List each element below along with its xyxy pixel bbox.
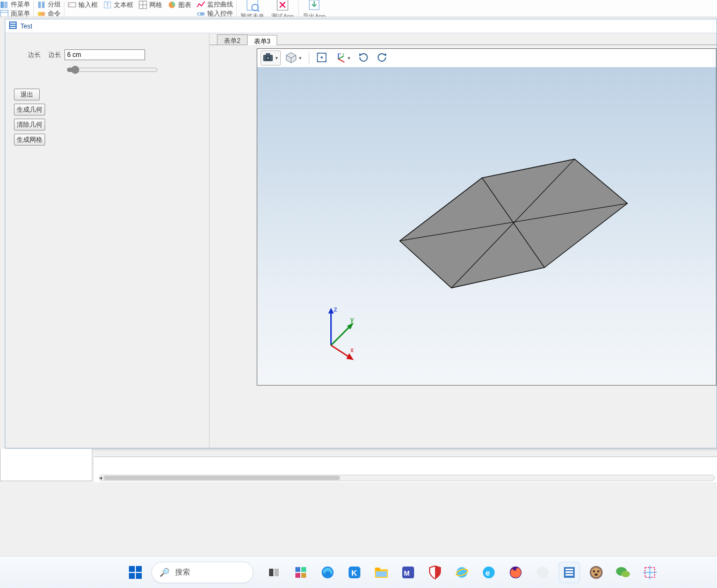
- canvas-3d[interactable]: z y x: [257, 67, 716, 385]
- main-area: 表单2 表单3 ▼: [209, 33, 716, 448]
- grid-icon: [139, 1, 147, 9]
- screenshot-button[interactable]: ▼: [260, 50, 281, 66]
- rotate-cw-icon: [358, 52, 370, 65]
- pin-edge[interactable]: [317, 562, 338, 583]
- ribbon-big-preview[interactable]: 预览表单: [240, 0, 265, 17]
- ribbon-item-chart[interactable]: 图表: [168, 1, 191, 10]
- exit-button[interactable]: 退出: [14, 89, 40, 100]
- tab-form2[interactable]: 表单2: [217, 34, 248, 45]
- inputbox-icon: [68, 1, 76, 9]
- ribbon-item-merge[interactable]: 命令: [37, 9, 61, 17]
- pin-taskview[interactable]: [263, 562, 285, 583]
- search-placeholder: 搜索: [175, 568, 190, 577]
- zoom-extents-button[interactable]: [314, 50, 330, 66]
- svg-rect-80: [566, 569, 573, 570]
- ribbon-big-export[interactable]: 导出App: [302, 0, 327, 17]
- generate-mesh-button[interactable]: 生成网格: [14, 134, 45, 146]
- titlebar[interactable]: Test: [5, 19, 716, 33]
- svg-rect-82: [566, 574, 573, 576]
- svg-rect-5: [42, 2, 45, 8]
- svg-rect-24: [10, 25, 16, 26]
- ribbon-big-test[interactable]: 测试App: [270, 0, 295, 17]
- svg-line-36: [338, 56, 344, 59]
- svg-point-85: [593, 570, 595, 572]
- clear-geometry-button[interactable]: 清除几何: [14, 119, 45, 130]
- ribbon-item-monitor[interactable]: 监控曲线: [197, 0, 233, 9]
- svg-point-28: [267, 57, 269, 59]
- svg-rect-69: [375, 568, 380, 571]
- generate-geometry-button[interactable]: 生成几何: [14, 104, 45, 115]
- pin-kugou[interactable]: K: [344, 562, 365, 583]
- ribbon-item-textbox[interactable]: T 文本框: [103, 1, 133, 10]
- rotate-ccw-icon: [376, 52, 388, 65]
- svg-text:y: y: [343, 52, 344, 55]
- chart-icon: [168, 1, 176, 9]
- pin-explorer[interactable]: [371, 562, 392, 583]
- ribbon-label: 测试App: [271, 12, 294, 17]
- edge-length-slider[interactable]: [67, 66, 158, 74]
- svg-point-87: [595, 574, 598, 576]
- ribbon-label: 预览表单: [241, 12, 264, 17]
- axis-orientation-button[interactable]: z y x ▼: [332, 50, 353, 66]
- pin-wechat[interactable]: [612, 562, 634, 583]
- pin-mcafee[interactable]: M: [397, 562, 419, 583]
- svg-rect-59: [269, 569, 273, 576]
- ribbon-item-grid[interactable]: 网格: [139, 1, 162, 10]
- chevron-down-icon: ▼: [347, 56, 351, 61]
- search-icon: 🔍: [160, 568, 170, 577]
- svg-point-84: [591, 568, 601, 577]
- svg-text:M: M: [404, 569, 410, 577]
- ribbon-label: 命令: [48, 9, 61, 17]
- svg-rect-8: [68, 3, 76, 7]
- pin-firefox[interactable]: [505, 562, 526, 583]
- svg-text:T: T: [106, 2, 109, 8]
- start-button[interactable]: [125, 562, 146, 583]
- svg-rect-1: [4, 2, 8, 8]
- svg-point-78: [537, 567, 548, 578]
- tab-form3[interactable]: 表单3: [247, 35, 278, 45]
- svg-rect-63: [295, 573, 300, 578]
- taskbar-pins: K M e: [263, 562, 661, 583]
- horizontal-scrollbar[interactable]: ◄: [99, 475, 715, 481]
- scrollbar-thumb[interactable]: [104, 476, 340, 480]
- window-title: Test: [20, 23, 32, 30]
- ribbon-label: 件菜单: [11, 0, 30, 9]
- app-window: Test 边长 边长 退出 生成几何 清除几何 生成网格 表单2 表单3: [5, 19, 717, 448]
- view-cube-button[interactable]: ▼: [283, 50, 305, 66]
- pin-browser[interactable]: [532, 562, 553, 583]
- ribbon-label: 输入框: [78, 1, 98, 10]
- rotate-cw-button[interactable]: [356, 50, 372, 66]
- ribbon-item-panel-menu[interactable]: 面菜单: [0, 9, 30, 17]
- ribbon-item-group[interactable]: 分组: [37, 0, 61, 9]
- param-label-inner: 边长: [48, 50, 61, 60]
- monitor-icon: [197, 1, 205, 9]
- ribbon-label: 输入控件: [207, 9, 233, 17]
- pin-shield[interactable]: [424, 562, 446, 583]
- ribbon-item-menu[interactable]: 件菜单: [0, 0, 30, 9]
- ribbon-item-inputctrl[interactable]: 输入控件: [197, 9, 233, 17]
- ribbon-item-inputbox[interactable]: 输入框: [68, 1, 98, 10]
- tree-panel-stub: [0, 449, 92, 481]
- svg-rect-56: [136, 566, 142, 572]
- panel-icon: [0, 10, 9, 18]
- ribbon-label: 分组: [48, 0, 61, 9]
- pin-widgets[interactable]: [290, 562, 312, 583]
- svg-rect-25: [10, 27, 16, 28]
- scroll-left-icon[interactable]: ◄: [98, 475, 104, 481]
- pin-avatar[interactable]: [585, 562, 607, 583]
- edge-length-input[interactable]: [64, 49, 145, 60]
- pin-snip[interactable]: [639, 562, 661, 583]
- coordinate-triad: z y x: [328, 306, 354, 360]
- test-icon: [276, 0, 289, 12]
- taskbar-search[interactable]: 🔍 搜索: [151, 562, 254, 583]
- taskbar: 🔍 搜索 K M e: [0, 556, 717, 588]
- svg-text:z: z: [339, 52, 341, 55]
- svg-rect-81: [566, 571, 573, 573]
- pin-edge-legacy[interactable]: e: [478, 562, 499, 583]
- svg-text:y: y: [350, 316, 354, 323]
- svg-line-52: [331, 345, 350, 358]
- svg-line-49: [331, 326, 350, 345]
- pin-ie[interactable]: [451, 562, 473, 583]
- rotate-ccw-button[interactable]: [374, 50, 390, 66]
- pin-comsol[interactable]: [559, 562, 580, 583]
